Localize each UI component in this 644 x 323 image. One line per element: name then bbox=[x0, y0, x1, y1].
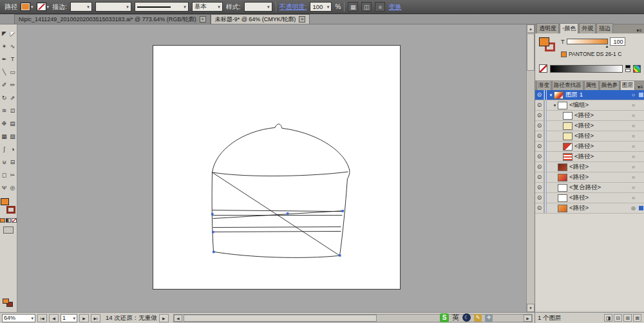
close-icon[interactable]: × bbox=[299, 16, 305, 23]
lock-column[interactable] bbox=[544, 121, 547, 131]
selection-tool[interactable]: ◤ bbox=[1, 27, 8, 40]
lock-column[interactable] bbox=[544, 183, 547, 192]
magic-wand-tool[interactable]: ✶ bbox=[1, 40, 8, 53]
layer-name[interactable]: <路径> bbox=[574, 152, 629, 161]
new-layer-icon[interactable]: ⊞ bbox=[623, 314, 632, 322]
visibility-eye-icon[interactable]: ⊙ bbox=[535, 203, 544, 213]
live-paint-selection-tool[interactable]: ⊟ bbox=[9, 156, 17, 169]
black-chip[interactable] bbox=[625, 65, 630, 68]
artboard-tool[interactable]: ◻ bbox=[1, 169, 8, 181]
fill-color-control[interactable]: ▾ bbox=[21, 3, 33, 11]
next-page-icon[interactable]: ▶ bbox=[79, 314, 89, 322]
scroll-down-icon[interactable]: ▼ bbox=[527, 304, 535, 312]
anchor-points[interactable] bbox=[211, 210, 344, 257]
layer-name[interactable]: <路径> bbox=[574, 111, 629, 120]
stroke-color-control[interactable]: ▾ bbox=[37, 3, 50, 11]
tab-layers[interactable]: 图层 bbox=[620, 80, 635, 90]
mesh-tool[interactable]: ▦ bbox=[1, 130, 8, 143]
tab-color[interactable]: ◦颜色 bbox=[560, 23, 578, 33]
options-menu-icon[interactable]: ≡ bbox=[375, 2, 385, 12]
lock-column[interactable] bbox=[544, 152, 547, 162]
lock-column[interactable] bbox=[544, 90, 547, 100]
target-icon[interactable]: ○ bbox=[629, 185, 638, 190]
layer-name[interactable]: <复合路径> bbox=[569, 183, 629, 192]
mini-fill-swatch[interactable] bbox=[3, 299, 9, 304]
layer-row[interactable]: ⊙ <路径> ○ bbox=[535, 142, 644, 152]
opacity-link[interactable]: 不透明度: bbox=[279, 3, 307, 12]
horizontal-scroll-thumb[interactable] bbox=[184, 315, 377, 322]
rectangle-tool[interactable]: ▭ bbox=[9, 66, 17, 78]
lock-column[interactable] bbox=[544, 100, 547, 110]
zoom-dropdown[interactable]: 64% ▾ bbox=[2, 314, 35, 322]
visibility-eye-icon[interactable]: ⊙ bbox=[535, 142, 544, 151]
scale-tool[interactable]: ⇗ bbox=[9, 91, 17, 104]
lasso-tool[interactable]: ∿ bbox=[9, 40, 17, 53]
layer-name[interactable]: <路径> bbox=[569, 163, 629, 171]
eyedropper-tool[interactable]: ʃ bbox=[1, 143, 8, 156]
layer-name[interactable]: <路径> bbox=[574, 132, 629, 140]
style-dropdown[interactable]: ▾ bbox=[244, 2, 272, 12]
fill-swatch[interactable] bbox=[21, 3, 30, 11]
sogou-icon[interactable]: S bbox=[440, 313, 449, 322]
gradient-button[interactable] bbox=[6, 218, 11, 223]
stroke-swatch[interactable] bbox=[37, 3, 46, 11]
tab-color-guide[interactable]: 颜色参 bbox=[600, 80, 620, 90]
target-icon[interactable]: ○ bbox=[629, 113, 638, 118]
fill-stroke-control[interactable] bbox=[1, 198, 16, 216]
artboard[interactable] bbox=[153, 45, 401, 290]
target-icon[interactable]: ○ bbox=[629, 102, 638, 108]
layer-row[interactable]: ⊙ ▼ 图层 1 ○ bbox=[535, 90, 644, 100]
visibility-eye-icon[interactable]: ⊙ bbox=[535, 111, 544, 120]
ime-language-indicator[interactable]: 英 bbox=[452, 313, 459, 322]
canvas-area[interactable]: ▲ ▼ bbox=[17, 24, 535, 312]
layer-row[interactable]: ⊙ <路径> ○ bbox=[535, 131, 644, 142]
visibility-eye-icon[interactable]: ⊙ bbox=[535, 172, 544, 182]
target-icon[interactable]: ○ bbox=[629, 133, 638, 139]
type-tool[interactable]: T bbox=[9, 53, 17, 66]
profile-dropdown[interactable]: 基本 ▾ bbox=[192, 2, 223, 12]
symbol-sprayer-tool[interactable]: ❉ bbox=[1, 117, 8, 130]
prev-page-icon[interactable]: ◀ bbox=[49, 314, 59, 322]
document-tab-1[interactable]: Nipic_1411249_20100202003515033183.ai* @… bbox=[14, 14, 211, 24]
line-tool[interactable]: ╲ bbox=[1, 66, 8, 78]
layer-row[interactable]: ⊙ ▼ <编组> ○ bbox=[535, 100, 644, 111]
screen-mode-button[interactable] bbox=[3, 226, 14, 234]
layer-row[interactable]: ⊙ <路径> ○ bbox=[535, 172, 644, 183]
pencil-tool[interactable]: ✏ bbox=[9, 78, 17, 91]
layer-row[interactable]: ⊙ <复合路径> ○ bbox=[535, 183, 644, 193]
tint-ramp[interactable] bbox=[550, 65, 623, 73]
target-icon[interactable]: ○ bbox=[629, 195, 638, 201]
lock-column[interactable] bbox=[544, 203, 547, 213]
hand-tool[interactable]: Ψ bbox=[1, 181, 8, 194]
rotate-tool[interactable]: ↻ bbox=[1, 91, 8, 104]
lock-column[interactable] bbox=[544, 131, 547, 141]
layer-row[interactable]: ⊙ <路径> ○ bbox=[535, 121, 644, 131]
lock-column[interactable] bbox=[544, 162, 547, 172]
slice-tool[interactable]: ✂ bbox=[9, 169, 17, 181]
tab-transparency[interactable]: 透明度 bbox=[536, 23, 559, 33]
toolbox-icon[interactable]: ✛ bbox=[485, 314, 493, 322]
target-icon[interactable]: ○ bbox=[629, 143, 638, 149]
slider-handle-icon[interactable]: ▲ bbox=[605, 44, 609, 48]
panel-menu-icon[interactable]: ▾≡ bbox=[634, 28, 644, 33]
tab-stroke[interactable]: 描边 bbox=[596, 23, 613, 33]
visibility-eye-icon[interactable]: ⊙ bbox=[535, 183, 544, 192]
visibility-eye-icon[interactable]: ⊙ bbox=[535, 193, 544, 203]
variable-width-dropdown[interactable]: ▾ bbox=[135, 2, 189, 12]
tint-slider[interactable]: ▲ bbox=[567, 39, 608, 44]
white-chip[interactable] bbox=[625, 69, 630, 72]
layer-name[interactable]: <路径> bbox=[569, 204, 629, 212]
layer-name[interactable]: <路径> bbox=[569, 194, 629, 202]
tab-attributes[interactable]: 属性 bbox=[584, 80, 599, 90]
layer-row[interactable]: ⊙ <路径> ○ bbox=[535, 162, 644, 172]
toolbar-fill-swatch[interactable] bbox=[1, 198, 9, 205]
expander-icon[interactable]: ▼ bbox=[552, 104, 558, 107]
target-icon[interactable]: ○ bbox=[629, 174, 638, 180]
new-sublayer-icon[interactable]: ⊟ bbox=[614, 314, 622, 322]
pen-tool[interactable]: ✒ bbox=[1, 53, 8, 66]
target-icon[interactable]: ○ bbox=[629, 154, 638, 160]
lock-column[interactable] bbox=[544, 193, 547, 203]
visibility-eye-icon[interactable]: ⊙ bbox=[535, 100, 544, 110]
vertical-scrollbar[interactable]: ▲ ▼ bbox=[526, 24, 535, 312]
visibility-eye-icon[interactable]: ⊙ bbox=[535, 162, 544, 172]
